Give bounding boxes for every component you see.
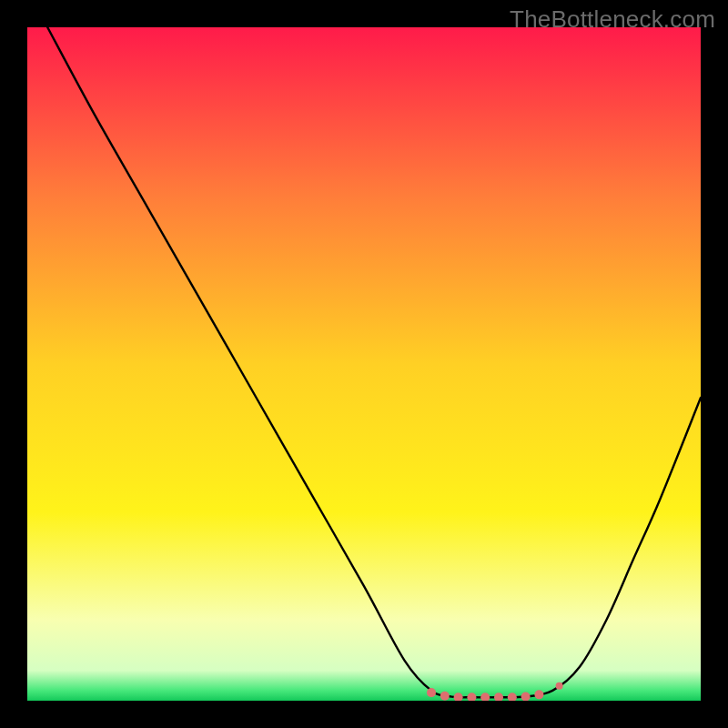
plot-area <box>27 27 701 701</box>
marker-dot <box>427 688 436 697</box>
marker-dot <box>534 690 543 699</box>
marker-dot <box>556 682 563 690</box>
chart-svg <box>27 27 701 701</box>
marker-dot <box>440 692 450 701</box>
gradient-background <box>27 27 701 701</box>
chart-container: TheBottleneck.com <box>0 0 728 728</box>
